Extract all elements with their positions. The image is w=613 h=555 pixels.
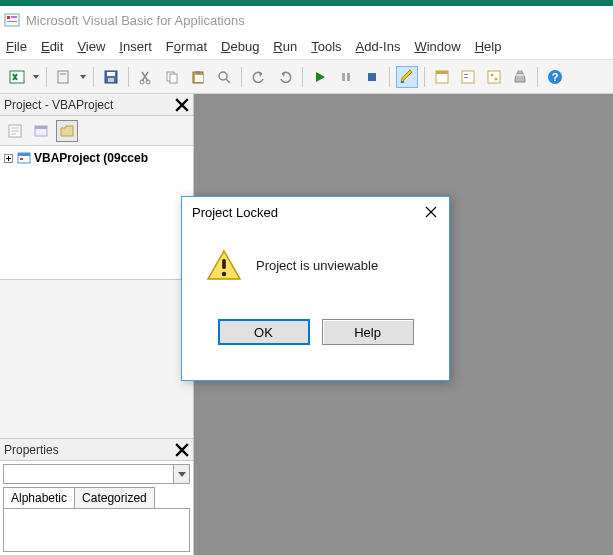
svg-rect-15 [196,71,200,74]
separator [241,67,242,87]
menu-insert[interactable]: Insert [119,39,152,54]
separator [389,67,390,87]
separator [93,67,94,87]
separator [424,67,425,87]
svg-rect-18 [342,73,345,81]
project-label: VBAProject (09cceb [34,151,148,165]
properties-icon[interactable] [457,66,479,88]
dialog-titlebar: Project Locked [182,197,449,227]
toggle-folders-icon[interactable] [56,120,78,142]
svg-rect-19 [347,73,350,81]
svg-rect-37 [18,153,30,156]
tree-root[interactable]: VBAProject (09cceb [2,150,191,166]
svg-rect-25 [464,74,468,75]
svg-rect-27 [488,71,500,83]
svg-rect-23 [436,71,448,74]
menu-window[interactable]: Window [414,39,460,54]
svg-point-28 [491,73,494,76]
menu-addins[interactable]: Add-Ins [356,39,401,54]
view-object-icon[interactable] [30,120,52,142]
menu-format[interactable]: Format [166,39,207,54]
svg-rect-8 [107,72,115,76]
close-icon[interactable] [173,96,191,114]
properties-header: Properties [0,439,193,461]
properties-object-combo[interactable] [3,464,190,484]
warning-icon [206,247,242,283]
toolbox-icon[interactable] [509,66,531,88]
svg-rect-1 [7,16,10,19]
ok-button[interactable]: OK [218,319,310,345]
separator [128,67,129,87]
vba-app-icon [4,12,20,28]
svg-rect-16 [195,75,203,82]
properties-tabs: Alphabetic Categorized [0,487,193,508]
redo-icon[interactable] [274,66,296,88]
dialog-title: Project Locked [192,205,278,220]
svg-rect-20 [368,73,376,81]
menubar: File Edit View Insert Format Debug Run T… [0,34,613,60]
undo-icon[interactable] [248,66,270,88]
left-panels: Project - VBAProject VBAProject (09cceb … [0,94,194,555]
chevron-down-icon[interactable] [173,465,189,483]
svg-rect-6 [60,73,66,75]
svg-rect-34 [35,126,47,129]
menu-tools[interactable]: Tools [311,39,341,54]
close-icon[interactable] [173,441,191,459]
dialog-message: Project is unviewable [256,258,378,273]
insert-icon[interactable] [53,66,75,88]
separator [537,67,538,87]
titlebar: Microsoft Visual Basic for Applications [0,6,613,34]
svg-text:?: ? [552,71,559,83]
properties-grid[interactable] [3,508,190,552]
svg-rect-3 [7,21,17,22]
panel-gap [0,279,193,439]
object-browser-icon[interactable] [483,66,505,88]
cut-icon[interactable] [135,66,157,88]
menu-edit[interactable]: Edit [41,39,63,54]
svg-point-40 [222,272,226,276]
copy-icon[interactable] [161,66,183,88]
paste-icon[interactable] [187,66,209,88]
run-icon[interactable] [309,66,331,88]
svg-point-29 [495,77,498,80]
tab-alphabetic[interactable]: Alphabetic [3,487,75,508]
svg-rect-21 [401,81,404,83]
menu-debug[interactable]: Debug [221,39,259,54]
svg-rect-39 [222,259,226,269]
app-title: Microsoft Visual Basic for Applications [26,13,245,28]
separator [46,67,47,87]
help-button[interactable]: Help [322,319,414,345]
svg-rect-5 [58,71,68,83]
dropdown-icon[interactable] [79,75,87,79]
project-explorer-icon[interactable] [431,66,453,88]
project-explorer-toolbar [0,116,193,146]
tab-categorized[interactable]: Categorized [74,487,155,508]
expand-icon[interactable] [2,152,14,164]
find-icon[interactable] [213,66,235,88]
view-code-icon[interactable] [4,120,26,142]
svg-rect-4 [10,71,24,83]
project-explorer-header: Project - VBAProject [0,94,193,116]
project-explorer-title: Project - VBAProject [4,98,113,112]
project-icon [16,150,32,166]
menu-help[interactable]: Help [475,39,502,54]
save-icon[interactable] [100,66,122,88]
dropdown-icon[interactable] [32,75,40,79]
help-icon[interactable]: ? [544,66,566,88]
menu-view[interactable]: View [77,39,105,54]
svg-point-17 [219,72,227,80]
svg-rect-26 [464,77,468,78]
reset-icon[interactable] [361,66,383,88]
close-icon[interactable] [419,200,443,224]
menu-file[interactable]: File [6,39,27,54]
svg-rect-38 [20,158,23,160]
properties-body: Alphabetic Categorized [0,461,193,555]
excel-icon[interactable] [6,66,28,88]
svg-rect-0 [5,14,19,26]
menu-run[interactable]: Run [273,39,297,54]
design-mode-icon[interactable] [396,66,418,88]
break-icon[interactable] [335,66,357,88]
properties-title: Properties [4,443,59,457]
project-tree[interactable]: VBAProject (09cceb [0,146,193,279]
project-locked-dialog: Project Locked Project is unviewable OK … [181,196,450,381]
